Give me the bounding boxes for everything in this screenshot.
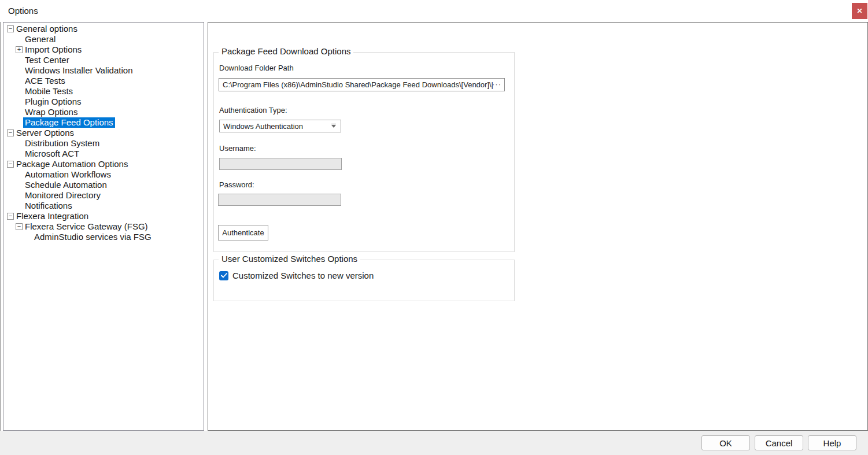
password-label: Password: — [219, 180, 254, 189]
tree-item-microsoft-act[interactable]: Microsoft ACT — [3, 149, 204, 159]
tree-item-label: Notifications — [25, 201, 72, 211]
tree-item-label: Wrap Options — [25, 107, 77, 117]
user-customized-switches-group: User Customized Switches Options Customi… — [213, 260, 515, 301]
tree-item-label: ACE Tests — [25, 76, 65, 86]
tree-item-server-options[interactable]: −Server Options — [3, 128, 204, 138]
authenticate-button[interactable]: Authenticate — [218, 225, 268, 241]
close-icon[interactable]: ✕ — [852, 3, 867, 19]
tree-item-ace-tests[interactable]: ACE Tests — [3, 76, 204, 86]
tree-item-monitored-directory[interactable]: Monitored Directory — [3, 190, 204, 201]
tree-item-general[interactable]: General — [3, 34, 204, 45]
tree-item-label: AdminStudio services via FSG — [34, 232, 152, 242]
collapse-icon[interactable]: − — [7, 161, 14, 168]
title-bar: Options ✕ — [0, 0, 868, 22]
authentication-type-label: Authentication Type: — [219, 106, 287, 114]
tree-item-label: Package Automation Options — [16, 159, 128, 169]
checkbox-checked-icon[interactable] — [219, 271, 228, 280]
tree-item-test-center[interactable]: Test Center — [3, 55, 204, 65]
tree-item-windows-installer-validation[interactable]: Windows Installer Validation — [3, 65, 204, 76]
username-input[interactable] — [219, 158, 342, 170]
tree-item-automation-workflows[interactable]: Automation Workflows — [3, 169, 204, 180]
collapse-icon[interactable]: − — [7, 213, 14, 220]
tree-item-package-automation-options[interactable]: −Package Automation Options — [3, 159, 204, 169]
tree-item-mobile-tests[interactable]: Mobile Tests — [3, 86, 204, 97]
tree-item-adminstudio-services-via-fsg[interactable]: AdminStudio services via FSG — [3, 232, 204, 242]
tree-item-label: General options — [16, 24, 77, 34]
tree-item-wrap-options[interactable]: Wrap Options — [3, 107, 204, 117]
tree-item-label: Flexera Integration — [16, 211, 88, 221]
download-folder-path-input[interactable]: C:\Program Files (x86)\AdminStudio Share… — [219, 78, 505, 91]
tree-item-import-options[interactable]: +Import Options — [3, 45, 204, 55]
tree-item-notifications[interactable]: Notifications — [3, 201, 204, 211]
package-feed-download-options-group: Package Feed Download Options Download F… — [213, 52, 515, 252]
tree-item-label: Server Options — [16, 128, 74, 138]
tree-item-flexera-service-gateway-fsg[interactable]: −Flexera Service Gateway (FSG) — [3, 221, 204, 232]
tree-item-label: Microsoft ACT — [25, 149, 79, 159]
dialog-footer: OKCancelHelp — [0, 431, 868, 455]
tree-item-distribution-system[interactable]: Distribution System — [3, 138, 204, 149]
content-panel: Package Feed Download Options Download F… — [208, 22, 868, 431]
customized-switches-checkbox-row: Customized Switches to new version — [219, 271, 374, 280]
tree-item-label: Package Feed Options — [23, 117, 115, 128]
expand-icon[interactable]: + — [16, 46, 23, 53]
customized-switches-label: Customized Switches to new version — [232, 271, 374, 280]
tree-item-label: Windows Installer Validation — [25, 65, 132, 76]
tree-item-schedule-automation[interactable]: Schedule Automation — [3, 180, 204, 190]
tree-item-label: Import Options — [25, 45, 82, 55]
authentication-type-dropdown[interactable]: Windows Authentication — [219, 120, 341, 132]
options-tree: −General optionsGeneral+Import OptionsTe… — [3, 22, 204, 431]
collapse-icon[interactable]: − — [16, 223, 23, 230]
tree-item-label: Automation Workflows — [25, 169, 111, 180]
window-title: Options — [8, 6, 38, 16]
chevron-down-icon — [331, 125, 336, 128]
tree-item-label: Mobile Tests — [25, 86, 73, 97]
tree-item-plugin-options[interactable]: Plugin Options — [3, 97, 204, 107]
tree-item-flexera-integration[interactable]: −Flexera Integration — [3, 211, 204, 221]
tree-item-label: General — [25, 34, 56, 45]
tree-item-label: Test Center — [25, 55, 69, 65]
group-title: Package Feed Download Options — [219, 46, 353, 56]
collapse-icon[interactable]: − — [7, 25, 14, 32]
group-title: User Customized Switches Options — [219, 254, 360, 264]
cancel-button[interactable]: Cancel — [755, 435, 803, 450]
help-button[interactable]: Help — [808, 435, 856, 450]
tree-item-label: Flexera Service Gateway (FSG) — [25, 221, 148, 232]
tree-item-label: Monitored Directory — [25, 190, 101, 201]
tree-item-label: Schedule Automation — [25, 180, 107, 190]
tree-item-label: Plugin Options — [25, 97, 82, 107]
username-label: Username: — [219, 144, 256, 153]
tree-item-package-feed-options[interactable]: Package Feed Options — [3, 117, 204, 128]
password-input[interactable] — [218, 194, 341, 206]
download-folder-path-value: C:\Program Files (x86)\AdminStudio Share… — [223, 80, 493, 89]
collapse-icon[interactable]: − — [7, 130, 14, 136]
browse-ellipsis-icon[interactable]: ··· — [492, 80, 501, 88]
tree-item-general-options[interactable]: −General options — [3, 24, 204, 34]
download-folder-path-label: Download Folder Path — [219, 64, 294, 72]
options-dialog: { "window": { "title": "Options", "close… — [0, 0, 868, 455]
authentication-type-value: Windows Authentication — [223, 122, 303, 131]
tree-item-label: Distribution System — [25, 138, 99, 149]
ok-button[interactable]: OK — [701, 435, 750, 450]
